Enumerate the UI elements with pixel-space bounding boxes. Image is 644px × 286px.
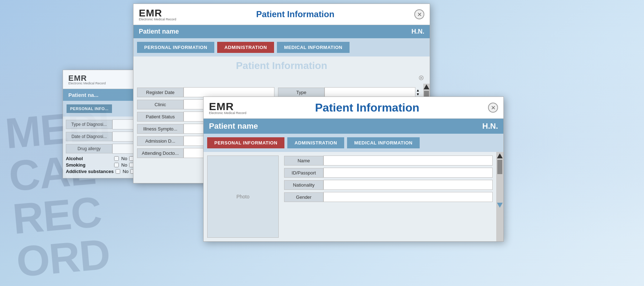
window2-logo: EMR Electronic Medical Record bbox=[139, 8, 176, 21]
window1-logo-sub: Electronic Medical Record bbox=[68, 82, 106, 85]
window2-label-doctor: Attending Docto... bbox=[137, 148, 184, 158]
window3-input-nationality[interactable] bbox=[323, 180, 493, 190]
window3-label-gender: Gender bbox=[284, 192, 323, 202]
window2-label-clinic: Clinic bbox=[137, 100, 184, 109]
window2-logo-sub: Electronic Medical Record bbox=[139, 18, 176, 21]
window2-ghost-title: Patient Information bbox=[135, 58, 428, 73]
window1-addictive-no-check[interactable] bbox=[116, 169, 120, 174]
window2-close-button[interactable]: ✕ bbox=[414, 9, 424, 19]
window1-alcohol-label: Alcohol bbox=[66, 156, 112, 161]
window3-label-name: Name bbox=[284, 156, 323, 166]
window2-tab-admin[interactable]: ADMINISTRATION bbox=[217, 42, 274, 53]
window3-field-id: ID/Passport bbox=[284, 168, 493, 178]
window1-alcohol-no-check[interactable] bbox=[114, 156, 119, 161]
window2-label-illness: Illness Sympto... bbox=[137, 124, 184, 134]
window2-input-type[interactable] bbox=[325, 87, 415, 97]
window1-label-drug-allergy: Drug allergy bbox=[66, 144, 112, 153]
window1-addictive-no-text: No bbox=[123, 169, 129, 174]
window2-label-reg-date: Register Date bbox=[137, 88, 184, 97]
window2-type-down[interactable]: ▼ bbox=[416, 92, 420, 96]
window3-header: EMR Electronic Medical Record Patient In… bbox=[204, 97, 503, 119]
window2-patient-bar: Patient name H.N. bbox=[133, 25, 430, 38]
window1-smoking-no-check[interactable] bbox=[114, 163, 119, 167]
window2-tab-medical[interactable]: MEDICAL INFORMATION bbox=[277, 42, 350, 53]
window3-patient-bar: Patient name H.N. bbox=[204, 119, 503, 134]
window2-patient-name: Patient name bbox=[139, 28, 179, 35]
window2-label-patient-status: Patient Status bbox=[137, 112, 184, 122]
window2-scroll-up[interactable] bbox=[424, 84, 429, 89]
window3-logo: EMR Electronic Medical Record bbox=[209, 100, 247, 115]
window3-main-content: Photo Name ID/Passport Nationality Gende… bbox=[204, 152, 503, 241]
window1-patient-name: Patient na... bbox=[68, 92, 98, 98]
window3-photo-label: Photo bbox=[236, 194, 250, 199]
window2-type-up[interactable]: ▲ bbox=[416, 88, 420, 92]
window3-hn: H.N. bbox=[482, 122, 498, 131]
window2-field-register-date: Register Date Type ▲ ▼ bbox=[137, 87, 420, 97]
window3-field-name: Name bbox=[284, 156, 493, 166]
window1-label-date-diag: Date of Diagnosi... bbox=[66, 132, 112, 141]
window2-input-reg-date[interactable] bbox=[184, 87, 274, 97]
window3-tab-medical[interactable]: MEDICAL INFORMATION bbox=[347, 137, 420, 148]
window3-logo-text: EMR bbox=[209, 100, 247, 113]
window3-scrollbar[interactable] bbox=[496, 152, 503, 241]
window2-hn: H.N. bbox=[411, 28, 424, 35]
window3-label-nationality: Nationality bbox=[284, 180, 323, 190]
window2-tab-bar: PERSONAL INFORMATION ADMINISTRATION MEDI… bbox=[133, 38, 430, 56]
window1-tab-personal[interactable]: PERSONAL INFO... bbox=[67, 104, 112, 113]
window3-field-nationality: Nationality bbox=[284, 180, 493, 190]
window2-ghost-close: ⊗ bbox=[418, 73, 424, 82]
window2-header: EMR Electronic Medical Record Patient In… bbox=[133, 4, 430, 25]
window3-scroll-up[interactable] bbox=[497, 153, 503, 158]
window3-title: Patient Information bbox=[254, 101, 481, 114]
window1-smoking-label: Smoking bbox=[66, 162, 112, 168]
emr-window-3: EMR Electronic Medical Record Patient In… bbox=[203, 97, 504, 242]
window2-label-type: Type bbox=[278, 88, 325, 97]
window3-form-area: Name ID/Passport Nationality Gender bbox=[282, 152, 496, 241]
window1-label-type-diag: Type of Diagnosi... bbox=[66, 120, 112, 129]
window1-addictive-label: Addictive substances bbox=[66, 169, 114, 174]
window2-title: Patient Information bbox=[184, 9, 407, 19]
window3-tab-bar: PERSONAL INFORMATION ADMINISTRATION MEDI… bbox=[204, 134, 503, 152]
window3-input-gender[interactable] bbox=[323, 192, 493, 202]
window1-smoking-no-text: No bbox=[121, 162, 127, 168]
window3-input-id[interactable] bbox=[323, 168, 493, 178]
window3-tab-personal[interactable]: PERSONAL INFORMATION bbox=[207, 137, 284, 148]
window3-scroll-down-arrow[interactable] bbox=[497, 203, 503, 208]
window2-tab-personal[interactable]: PERSONAL INFORMATION bbox=[137, 42, 214, 53]
window2-label-admission-date: Admission D... bbox=[137, 136, 184, 146]
window3-label-id: ID/Passport bbox=[284, 168, 323, 178]
window3-patient-name: Patient name bbox=[209, 122, 258, 131]
window3-field-gender: Gender bbox=[284, 192, 493, 202]
window3-scroll-thumb[interactable] bbox=[497, 160, 502, 174]
window3-tab-admin[interactable]: ADMINISTRATION bbox=[287, 137, 344, 148]
window3-photo-area: Photo bbox=[207, 156, 279, 238]
window3-input-name[interactable] bbox=[323, 156, 493, 166]
window1-logo: EMR Electronic Medical Record bbox=[68, 74, 106, 85]
window1-alcohol-no-text: No bbox=[121, 156, 127, 161]
window3-logo-sub: Electronic Medical Record bbox=[209, 111, 247, 115]
window3-close-button[interactable]: ✕ bbox=[488, 103, 498, 113]
